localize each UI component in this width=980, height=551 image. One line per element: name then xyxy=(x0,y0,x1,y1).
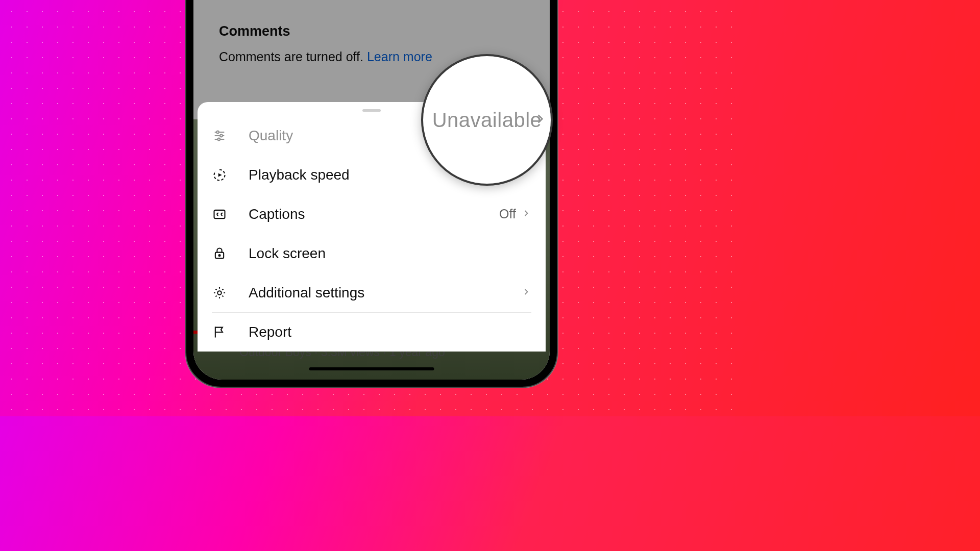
gear-icon xyxy=(212,285,227,300)
magnifier-text: Unavailable xyxy=(432,109,542,132)
chevron-right-icon xyxy=(521,287,531,299)
svg-point-9 xyxy=(218,254,220,256)
lock-icon xyxy=(212,246,227,261)
menu-report[interactable]: Report xyxy=(212,312,531,352)
flag-icon xyxy=(212,324,227,340)
menu-captions-value: Off xyxy=(499,207,516,221)
menu-additional-settings[interactable]: Additional settings xyxy=(212,273,531,312)
chevron-right-icon xyxy=(533,112,547,128)
sheet-drag-handle[interactable] xyxy=(362,109,381,112)
svg-point-5 xyxy=(218,138,220,140)
chevron-right-icon xyxy=(521,208,531,220)
menu-lock-screen[interactable]: Lock screen xyxy=(212,234,531,273)
home-indicator[interactable] xyxy=(309,367,434,370)
magnifier-callout: Unavailable xyxy=(421,54,553,186)
svg-point-10 xyxy=(217,291,221,294)
menu-captions-label: Captions xyxy=(249,206,499,222)
captions-icon xyxy=(212,207,227,222)
playback-speed-icon xyxy=(212,167,227,183)
svg-point-3 xyxy=(220,134,223,137)
sliders-icon xyxy=(212,128,227,143)
svg-point-1 xyxy=(216,131,219,133)
svg-marker-6 xyxy=(218,173,222,177)
menu-captions[interactable]: Captions Off xyxy=(212,194,531,234)
menu-report-label: Report xyxy=(249,324,531,340)
menu-lock-screen-label: Lock screen xyxy=(249,245,531,262)
svg-rect-7 xyxy=(214,210,225,218)
menu-additional-settings-label: Additional settings xyxy=(249,285,516,301)
